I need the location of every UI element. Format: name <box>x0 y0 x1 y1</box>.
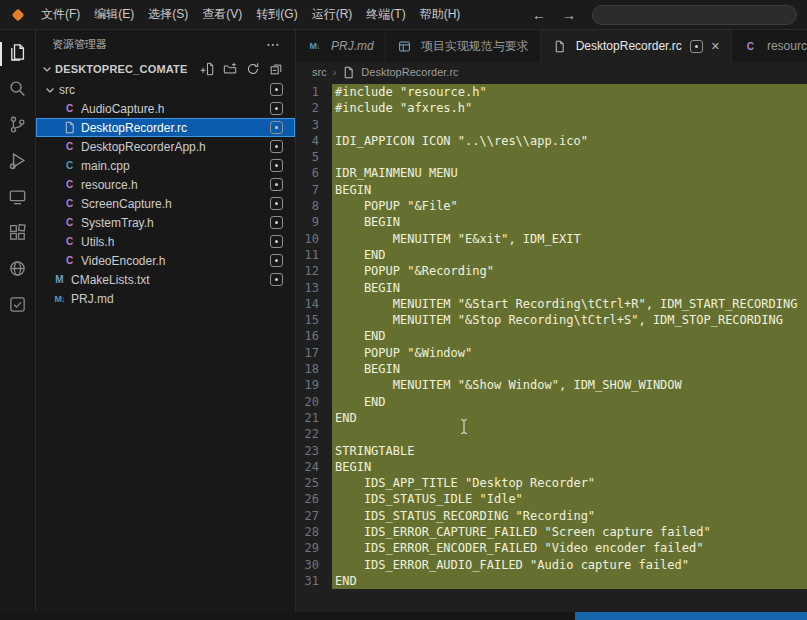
workspace-section-header[interactable]: DESKTOPREC_COMATE <box>36 58 295 80</box>
code-line-12[interactable]: 12 POPUP "&Recording" <box>296 263 807 279</box>
line-number: 22 <box>296 426 332 442</box>
code-line-25[interactable]: 25 IDS_APP_TITLE "Desktop Recorder" <box>296 475 807 491</box>
code-line-20[interactable]: 20 END <box>296 394 807 410</box>
activity-source-control[interactable] <box>0 108 36 144</box>
activity-search[interactable] <box>0 72 36 108</box>
activity-extensions[interactable] <box>0 216 36 252</box>
menu-item-6[interactable]: 终端(T) <box>359 0 412 29</box>
tree-item-PRJ.md[interactable]: M↓PRJ.md <box>36 289 295 308</box>
file-label: PRJ.md <box>71 292 114 306</box>
code-line-30[interactable]: 30 IDS_ERROR_AUDIO_FAILED "Audio capture… <box>296 557 807 573</box>
menu-item-7[interactable]: 帮助(H) <box>413 0 468 29</box>
activity-run-debug[interactable] <box>0 144 36 180</box>
code-line-16[interactable]: 16 END <box>296 328 807 344</box>
line-number: 14 <box>296 296 332 312</box>
breadcrumb-folder[interactable]: src <box>312 66 327 78</box>
dot-square-badge[interactable] <box>270 121 283 134</box>
code-line-10[interactable]: 10 MENUITEM "E&xit", IDM_EXIT <box>296 231 807 247</box>
code-line-19[interactable]: 19 MENUITEM "&Show Window", IDM_SHOW_WIN… <box>296 377 807 393</box>
forward-icon[interactable]: → <box>562 7 576 23</box>
line-text: MENUITEM "E&xit", IDM_EXIT <box>332 231 807 247</box>
tab-项目实现规范与要求[interactable]: 项目实现规范与要求 <box>386 30 541 62</box>
code-line-11[interactable]: 11 END <box>296 247 807 263</box>
run-debug-icon <box>8 151 27 174</box>
breadcrumb-file[interactable]: DesktopRecorder.rc <box>361 66 458 78</box>
tree-item-src[interactable]: src <box>36 80 295 99</box>
dot-square-badge[interactable] <box>270 273 283 286</box>
activity-comate[interactable] <box>0 252 36 288</box>
code-line-2[interactable]: 2#include "afxres.h" <box>296 100 807 116</box>
status-bar-remote-indicator[interactable] <box>575 612 807 620</box>
new-folder-icon[interactable] <box>223 62 237 76</box>
menu-item-0[interactable]: 文件(F) <box>34 0 87 29</box>
close-icon[interactable]: ✕ <box>711 40 720 53</box>
dot-square-badge[interactable] <box>270 140 283 153</box>
tree-item-main.cpp[interactable]: Cmain.cpp <box>36 156 295 175</box>
tree-item-ScreenCapture.h[interactable]: CScreenCapture.h <box>36 194 295 213</box>
collapse-all-icon[interactable] <box>269 62 283 76</box>
line-text: IDS_ERROR_ENCODER_FAILED "Video encoder … <box>332 540 807 556</box>
activity-remote-explorer[interactable] <box>0 180 36 216</box>
tree-item-DesktopRecorder.rc[interactable]: DesktopRecorder.rc <box>36 118 295 137</box>
tree-item-VideoEncoder.h[interactable]: CVideoEncoder.h <box>36 251 295 270</box>
tree-item-AudioCapture.h[interactable]: CAudioCapture.h <box>36 99 295 118</box>
line-number: 18 <box>296 361 332 377</box>
code-line-26[interactable]: 26 IDS_STATUS_IDLE "Idle" <box>296 491 807 507</box>
code-line-17[interactable]: 17 POPUP "&Window" <box>296 345 807 361</box>
code-line-18[interactable]: 18 BEGIN <box>296 361 807 377</box>
tree-item-CMakeLists.txt[interactable]: MCMakeLists.txt <box>36 270 295 289</box>
command-center-search[interactable] <box>592 5 797 25</box>
dot-square-badge[interactable] <box>270 235 283 248</box>
code-line-22[interactable]: 22 <box>296 426 807 442</box>
code-line-23[interactable]: 23STRINGTABLE <box>296 443 807 459</box>
code-line-5[interactable]: 5 <box>296 149 807 165</box>
tree-item-DesktopRecorderApp.h[interactable]: CDesktopRecorderApp.h <box>36 137 295 156</box>
code-line-21[interactable]: 21END <box>296 410 807 426</box>
code-line-7[interactable]: 7BEGIN <box>296 182 807 198</box>
code-line-28[interactable]: 28 IDS_ERROR_CAPTURE_FAILED "Screen capt… <box>296 524 807 540</box>
activity-tasks[interactable] <box>0 288 36 324</box>
code-line-24[interactable]: 24BEGIN <box>296 459 807 475</box>
tab-PRJ.md[interactable]: M↓PRJ.md <box>296 30 386 62</box>
code-line-13[interactable]: 13 BEGIN <box>296 280 807 296</box>
code-line-15[interactable]: 15 MENUITEM "&Stop Recording\tCtrl+S", I… <box>296 312 807 328</box>
code-line-8[interactable]: 8 POPUP "&File" <box>296 198 807 214</box>
activity-explorer[interactable] <box>0 36 36 72</box>
code-line-27[interactable]: 27 IDS_STATUS_RECORDING "Recording" <box>296 508 807 524</box>
status-bar <box>0 612 807 620</box>
dot-square-badge[interactable] <box>270 83 283 96</box>
dot-square-badge[interactable] <box>270 216 283 229</box>
tree-item-resource.h[interactable]: Cresource.h <box>36 175 295 194</box>
more-actions-icon[interactable]: ⋯ <box>266 36 281 52</box>
tree-item-Utils.h[interactable]: CUtils.h <box>36 232 295 251</box>
back-icon[interactable]: ← <box>532 7 546 23</box>
line-text <box>332 426 807 442</box>
code-line-14[interactable]: 14 MENUITEM "&Start Recording\tCtrl+R", … <box>296 296 807 312</box>
menu-item-1[interactable]: 编辑(E) <box>87 0 141 29</box>
line-text: END <box>332 394 807 410</box>
menu-item-2[interactable]: 选择(S) <box>141 0 195 29</box>
editor-area: M↓PRJ.md项目实现规范与要求DesktopRecorder.rc✕Cres… <box>296 30 807 612</box>
code-line-3[interactable]: 3 <box>296 117 807 133</box>
tab-DesktopRecorder.rc[interactable]: DesktopRecorder.rc✕ <box>541 30 732 62</box>
new-file-icon[interactable] <box>200 62 214 76</box>
menu-item-5[interactable]: 运行(R) <box>305 0 360 29</box>
code-line-1[interactable]: 1#include "resource.h" <box>296 84 807 100</box>
code-line-29[interactable]: 29 IDS_ERROR_ENCODER_FAILED "Video encod… <box>296 540 807 556</box>
refresh-icon[interactable] <box>246 62 260 76</box>
tree-item-SystemTray.h[interactable]: CSystemTray.h <box>36 213 295 232</box>
code-editor[interactable]: 1#include "resource.h"2#include "afxres.… <box>296 82 807 612</box>
dot-square-badge[interactable] <box>270 254 283 267</box>
menu-item-4[interactable]: 转到(G) <box>249 0 304 29</box>
dot-square-badge[interactable] <box>270 102 283 115</box>
menu-item-3[interactable]: 查看(V) <box>195 0 249 29</box>
dot-square-badge[interactable] <box>270 159 283 172</box>
dot-square-badge[interactable] <box>270 178 283 191</box>
tab-resource.h[interactable]: Cresource.h <box>732 30 807 62</box>
code-line-6[interactable]: 6IDR_MAINMENU MENU <box>296 165 807 181</box>
code-line-4[interactable]: 4IDI_APPICON ICON "..\\res\\app.ico" <box>296 133 807 149</box>
dot-square-badge[interactable] <box>270 197 283 210</box>
code-line-31[interactable]: 31END <box>296 573 807 589</box>
code-line-9[interactable]: 9 BEGIN <box>296 214 807 230</box>
c-header-file-icon: C <box>62 255 77 266</box>
